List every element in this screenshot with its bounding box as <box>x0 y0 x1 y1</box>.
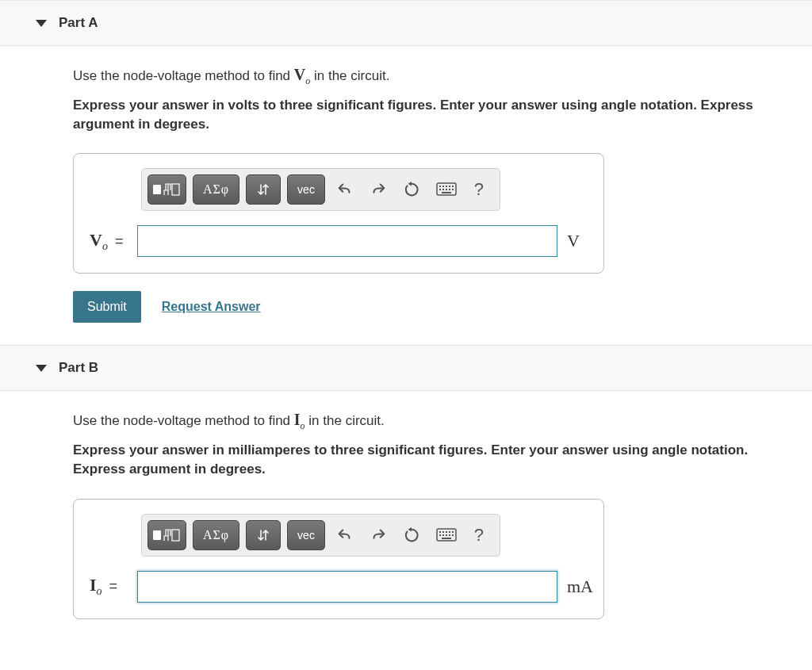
answer-input-a[interactable] <box>137 225 557 257</box>
answer-box-b: ΑΣφ vec ? Io = mA <box>73 499 604 619</box>
part-a-instruction: Express your answer in volts to three si… <box>73 96 796 134</box>
equation-toolbar: ΑΣφ vec ? <box>141 168 500 211</box>
svg-rect-21 <box>442 534 444 536</box>
part-b-title: Part B <box>59 360 98 376</box>
svg-rect-23 <box>449 534 450 536</box>
part-b-prompt: Use the node-voltage method to find Io i… <box>73 408 796 433</box>
svg-rect-5 <box>449 186 450 187</box>
variable-label-a: Vo = <box>90 230 128 253</box>
variable-label-b: Io = <box>90 575 128 598</box>
help-icon[interactable]: ? <box>468 176 490 203</box>
svg-rect-13 <box>172 530 179 541</box>
answer-row-a: Vo = V <box>90 225 588 257</box>
svg-rect-20 <box>439 534 441 536</box>
svg-rect-24 <box>452 534 454 536</box>
keyboard-icon[interactable] <box>431 179 462 200</box>
templates-button[interactable] <box>147 520 186 550</box>
caret-down-icon <box>36 20 47 27</box>
part-a-header[interactable]: Part A <box>0 0 812 46</box>
request-answer-link[interactable]: Request Answer <box>162 300 261 314</box>
redo-icon[interactable] <box>365 178 392 201</box>
svg-rect-10 <box>449 189 450 190</box>
svg-rect-22 <box>446 534 447 536</box>
templates-button[interactable] <box>147 174 186 205</box>
svg-rect-0 <box>172 184 179 195</box>
part-b-instruction: Express your answer in milliamperes to t… <box>73 441 796 479</box>
redo-icon[interactable] <box>365 523 392 547</box>
prompt-text-post: in the circuit. <box>305 413 385 428</box>
svg-rect-2 <box>439 186 441 187</box>
undo-icon[interactable] <box>331 523 358 547</box>
greek-button[interactable]: ΑΣφ <box>193 520 239 550</box>
part-a-prompt: Use the node-voltage method to find Vo i… <box>73 63 796 88</box>
svg-rect-3 <box>442 186 444 187</box>
part-a-title: Part A <box>59 15 98 31</box>
reset-icon[interactable] <box>398 523 425 547</box>
answer-box-a: ΑΣφ vec ? Vo = V <box>73 153 604 274</box>
svg-rect-19 <box>452 531 454 533</box>
help-icon[interactable]: ? <box>468 522 490 549</box>
equation-toolbar: ΑΣφ vec ? <box>141 514 500 557</box>
svg-rect-9 <box>446 189 447 190</box>
svg-rect-15 <box>439 531 441 533</box>
vector-button[interactable]: vec <box>287 520 325 550</box>
svg-rect-12 <box>442 192 451 193</box>
svg-rect-25 <box>442 538 451 539</box>
svg-rect-16 <box>442 531 444 533</box>
undo-icon[interactable] <box>331 178 358 201</box>
caret-down-icon <box>36 365 47 372</box>
submit-button[interactable]: Submit <box>73 291 141 323</box>
svg-rect-17 <box>446 531 447 533</box>
part-b-header[interactable]: Part B <box>0 345 812 391</box>
reset-icon[interactable] <box>398 178 425 201</box>
keyboard-icon[interactable] <box>431 525 462 546</box>
unit-label-b: mA <box>567 576 593 597</box>
svg-rect-11 <box>452 189 454 190</box>
svg-rect-18 <box>449 531 450 533</box>
prompt-text: Use the node-voltage method to find <box>73 413 294 428</box>
svg-rect-6 <box>452 186 454 187</box>
subscript-button[interactable] <box>246 174 281 205</box>
svg-rect-8 <box>442 189 444 190</box>
prompt-text-post: in the circuit. <box>310 68 389 83</box>
prompt-text: Use the node-voltage method to find <box>73 68 294 83</box>
svg-rect-7 <box>439 189 441 190</box>
prompt-variable: Vo <box>294 66 310 83</box>
prompt-variable: Io <box>294 411 305 428</box>
unit-label-a: V <box>567 231 580 251</box>
greek-button[interactable]: ΑΣφ <box>193 174 239 205</box>
vector-button[interactable]: vec <box>287 174 325 205</box>
answer-row-b: Io = mA <box>90 571 588 603</box>
answer-input-b[interactable] <box>137 571 557 603</box>
part-b-body: Use the node-voltage method to find Io i… <box>0 391 812 641</box>
subscript-button[interactable] <box>246 520 281 550</box>
actions-row-a: Submit Request Answer <box>73 291 796 323</box>
part-a-body: Use the node-voltage method to find Vo i… <box>0 46 812 345</box>
svg-rect-4 <box>446 186 447 187</box>
